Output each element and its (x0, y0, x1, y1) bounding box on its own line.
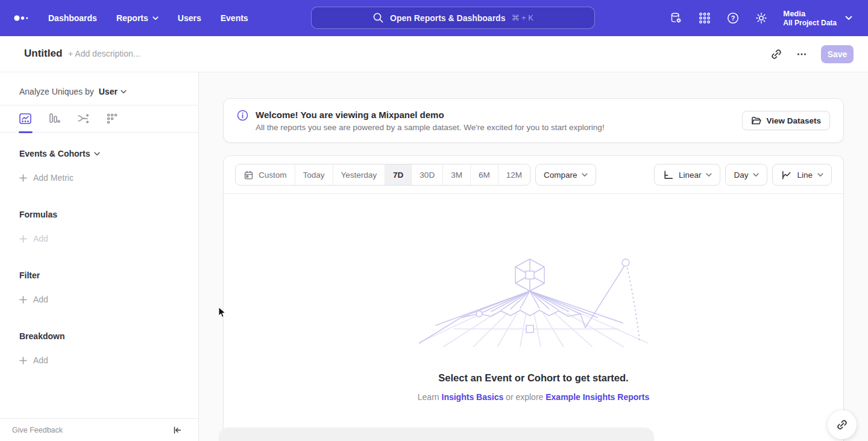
button-label: Compare (544, 170, 577, 180)
section-events-cohorts[interactable]: Events & Cohorts (19, 149, 198, 158)
save-button[interactable]: Save (821, 45, 854, 63)
nav-item-label: Events (221, 13, 248, 23)
section-title: Filter (19, 271, 40, 280)
content-row: Analyze Uniques by User (0, 72, 868, 441)
chevron-down-icon (582, 173, 588, 177)
settings-gear-icon[interactable] (755, 11, 768, 25)
button-label: View Datasets (766, 116, 821, 125)
range-label: Yesterday (341, 170, 377, 180)
add-breakdown-button[interactable]: Add (19, 355, 198, 365)
date-range-3m[interactable]: 3M (443, 164, 471, 185)
link-chain-icon (836, 419, 848, 431)
collapse-sidebar-icon[interactable] (172, 425, 183, 436)
date-range-30d[interactable]: 30D (412, 164, 443, 185)
insights-basics-link[interactable]: Insights Basics (442, 392, 504, 402)
date-range-12m[interactable]: 12M (498, 164, 530, 185)
chart-display-controls: Linear Day Line (654, 164, 832, 186)
search-shortcut: ⌘ + K (511, 13, 533, 22)
subtitle-text: or explore (506, 392, 543, 402)
chart-type-dropdown[interactable]: Line (772, 164, 832, 186)
action-label: Add (33, 355, 48, 365)
subtitle-text: Learn (418, 392, 439, 402)
query-builder-sidebar: Analyze Uniques by User (0, 72, 199, 441)
nav-item-reports[interactable]: Reports (116, 13, 159, 23)
section-formulas: Formulas (19, 210, 198, 219)
date-range-yesterday[interactable]: Yesterday (333, 164, 386, 185)
add-filter-button[interactable]: Add (19, 295, 198, 304)
plus-icon (19, 296, 27, 304)
results-panel-peek[interactable] (219, 428, 654, 441)
analyze-uniques-row: Analyze Uniques by User (0, 72, 198, 105)
search-icon (373, 12, 384, 23)
banner-title: Welcome! You are viewing a Mixpanel demo (256, 110, 605, 120)
report-controls-row: Custom Today Yesterday 7D 30D 3M 6M 12M … (224, 156, 843, 194)
more-options-icon[interactable] (796, 48, 808, 60)
plus-icon (19, 357, 27, 364)
tab-flows[interactable] (76, 111, 90, 126)
nav-item-users[interactable]: Users (178, 13, 201, 23)
svg-text:?: ? (731, 14, 735, 22)
chevron-down-icon (753, 173, 759, 177)
example-insights-reports-link[interactable]: Example Insights Reports (546, 392, 649, 402)
add-metric-button[interactable]: Add Metric (19, 173, 198, 183)
sidebar-footer: Give Feedback (0, 418, 198, 441)
tab-bar-chart[interactable] (47, 111, 61, 126)
folder-open-icon (751, 116, 761, 125)
line-chart-icon (781, 169, 792, 181)
section-title: Formulas (19, 210, 57, 219)
chevron-down-icon (817, 173, 823, 177)
tab-insights-line-chart[interactable] (18, 111, 33, 126)
scale-dropdown[interactable]: Linear (654, 164, 721, 186)
interval-dropdown[interactable]: Day (725, 164, 767, 186)
report-header-bar: Untitled + Add description... Save (0, 36, 868, 72)
plus-icon (19, 174, 27, 182)
top-navigation-bar: Dashboards Reports Users Events Open Rep… (0, 0, 868, 36)
empty-state-title: Select an Event or Cohort to get started… (438, 372, 628, 384)
compare-dropdown[interactable]: Compare (535, 164, 597, 186)
analyze-prefix: Analyze Uniques by (19, 87, 94, 96)
range-label: Today (303, 170, 325, 180)
global-search-bar[interactable]: Open Reports & Dashboards ⌘ + K (311, 7, 595, 29)
section-title: Events & Cohorts (19, 149, 90, 158)
tab-retention-grid[interactable] (105, 111, 119, 126)
chevron-down-icon (121, 90, 127, 94)
active-tab-indicator (19, 131, 33, 133)
chevron-down-icon (153, 16, 159, 20)
section-title: Breakdown (19, 331, 64, 341)
nav-item-events[interactable]: Events (221, 13, 248, 23)
help-icon[interactable]: ? (726, 11, 740, 25)
date-range-6m[interactable]: 6M (471, 164, 498, 185)
report-title[interactable]: Untitled (24, 48, 62, 60)
action-label: Add (33, 295, 48, 304)
report-description-placeholder[interactable]: + Add description... (68, 49, 140, 58)
nav-item-label: Reports (116, 13, 148, 23)
project-selector[interactable]: Media All Project Data (783, 8, 852, 28)
info-icon (237, 110, 248, 121)
button-label: Line (797, 170, 813, 180)
linear-axes-icon (662, 169, 674, 181)
calendar-icon (244, 170, 254, 180)
date-range-custom[interactable]: Custom (236, 164, 295, 185)
add-formula-button[interactable]: Add (19, 234, 198, 243)
button-label: Day (734, 170, 748, 180)
search-placeholder: Open Reports & Dashboards (390, 13, 505, 23)
share-link-fab[interactable] (828, 410, 857, 439)
primary-nav: Dashboards Reports Users Events (48, 0, 248, 36)
nav-item-label: Users (178, 13, 201, 23)
mixpanel-logo-icon[interactable] (13, 13, 31, 23)
data-management-icon[interactable] (670, 11, 683, 25)
nav-item-label: Dashboards (48, 13, 97, 23)
copy-link-icon[interactable] (770, 48, 782, 60)
apps-grid-icon[interactable] (698, 11, 711, 25)
analyze-by-dropdown[interactable]: User (99, 87, 127, 96)
chevron-down-icon (845, 16, 852, 20)
view-datasets-button[interactable]: View Datasets (742, 111, 830, 130)
date-range-today[interactable]: Today (295, 164, 333, 185)
report-header-actions: Save (770, 36, 854, 72)
date-range-7d-active[interactable]: 7D (385, 164, 412, 185)
analyze-value: User (99, 87, 118, 96)
nav-item-dashboards[interactable]: Dashboards (48, 13, 97, 23)
give-feedback-link[interactable]: Give Feedback (12, 426, 63, 434)
chevron-down-icon (94, 152, 100, 156)
demo-welcome-banner: Welcome! You are viewing a Mixpanel demo… (223, 98, 844, 143)
